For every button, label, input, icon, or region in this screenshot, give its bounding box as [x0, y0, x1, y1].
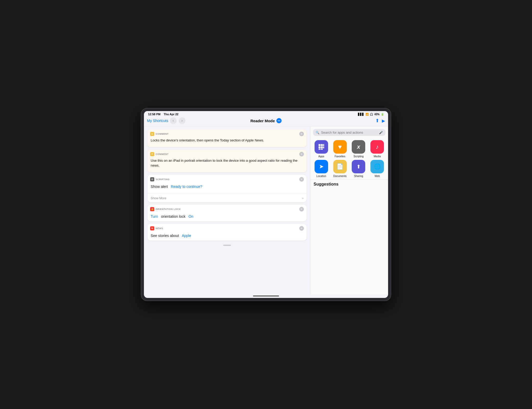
- orientation-header-left: 🔒 ORIENTATION LOCK: [150, 207, 181, 211]
- nav-arrows: ‹ ›: [170, 117, 185, 124]
- nav-left: My Shortcuts ‹ ›: [147, 117, 250, 124]
- nav-title: Reader Mode: [250, 119, 275, 123]
- news-action: See stories about Apple: [151, 234, 191, 238]
- news-card: N NEWS ✕ See stories about Apple: [148, 224, 307, 241]
- orientation-close[interactable]: ✕: [299, 207, 304, 212]
- scripting-cat-icon: x: [352, 140, 365, 154]
- status-time: 12:58 PM: [148, 113, 161, 116]
- status-bar: 12:58 PM Thu Apr 22 ▋▋▋ 📶 🎧 43% 🔋: [144, 111, 388, 116]
- news-prefix: See stories about: [151, 234, 179, 238]
- card-header-1: ≡ COMMENT ✕: [148, 129, 307, 138]
- sharing-icon: ⬆: [352, 160, 365, 173]
- card-close-1[interactable]: ✕: [299, 132, 304, 136]
- battery-icon: 🔋: [381, 113, 384, 116]
- scripting-card: ⚙ SCRIPTING ✕ Show alert Ready to contin…: [148, 175, 307, 202]
- card-type-label-2: COMMENT: [156, 153, 169, 155]
- orientation-on[interactable]: On: [189, 214, 194, 219]
- documents-icon: 📄: [333, 160, 347, 173]
- card-close-2[interactable]: ✕: [299, 152, 304, 156]
- headphone-icon: 🎧: [370, 113, 373, 116]
- category-location[interactable]: ➤ Location: [313, 160, 330, 178]
- next-button[interactable]: ›: [179, 117, 185, 124]
- orientation-body: Turn orientation lock On: [148, 213, 307, 221]
- news-card-header: N NEWS ✕: [148, 224, 307, 232]
- play-button[interactable]: ▶: [382, 118, 385, 123]
- show-more-chevron: ›: [302, 196, 303, 200]
- news-type-label: NEWS: [156, 227, 163, 230]
- orientation-middle: orientation lock: [161, 214, 185, 219]
- home-indicator: [144, 295, 388, 298]
- ipad-screen: 12:58 PM Thu Apr 22 ▋▋▋ 📶 🎧 43% 🔋 My Sho…: [144, 111, 388, 298]
- main-content: ≡ COMMENT ✕ Locks the device's orientati…: [144, 126, 388, 295]
- category-favorites[interactable]: ♥ Favorites: [332, 140, 348, 158]
- comment-card-1: ≡ COMMENT ✕ Locks the device's orientati…: [148, 129, 307, 147]
- orientation-card: 🔒 ORIENTATION LOCK ✕ Turn orientation lo…: [148, 205, 307, 221]
- actions-sidebar: 🔍 🎤: [310, 126, 388, 295]
- svg-rect-6: [318, 149, 321, 150]
- status-date: Thu Apr 22: [164, 113, 178, 116]
- scripting-action-link[interactable]: Ready to continue?: [171, 185, 202, 189]
- back-link[interactable]: My Shortcuts: [147, 119, 168, 123]
- category-sharing[interactable]: ⬆ Sharing: [350, 160, 367, 178]
- card-header-left-2: ≡ COMMENT: [150, 152, 169, 156]
- suggestions-header: Suggestions: [310, 180, 388, 189]
- scripting-card-header: ⚙ SCRIPTING ✕: [148, 175, 307, 183]
- orientation-turn[interactable]: Turn: [151, 214, 158, 219]
- ipad-frame: 12:58 PM Thu Apr 22 ▋▋▋ 📶 🎧 43% 🔋 My Sho…: [141, 108, 391, 301]
- card-type-label-1: COMMENT: [156, 133, 169, 135]
- apps-label: Apps: [318, 155, 324, 158]
- show-more-row[interactable]: Show More ›: [148, 195, 307, 202]
- mic-icon[interactable]: 🎤: [379, 131, 383, 134]
- category-media[interactable]: ♪ Media: [369, 140, 385, 158]
- category-apps[interactable]: Apps: [313, 140, 330, 158]
- wifi-icon: 📶: [365, 113, 369, 116]
- web-icon: 🌐: [370, 160, 384, 173]
- orientation-action: Turn orientation lock On: [151, 214, 193, 219]
- share-button[interactable]: ⬆: [375, 118, 379, 124]
- search-input[interactable]: [321, 131, 377, 134]
- home-bar: [253, 296, 279, 296]
- scripting-label: Scripting: [354, 155, 364, 158]
- category-web[interactable]: 🌐 Web: [369, 160, 385, 178]
- svg-rect-7: [321, 149, 323, 150]
- comment-text-1: Locks the device's orientation, then ope…: [148, 138, 307, 147]
- svg-rect-3: [318, 146, 321, 148]
- media-label: Media: [374, 155, 381, 158]
- news-link[interactable]: Apple: [182, 234, 191, 238]
- news-close[interactable]: ✕: [299, 226, 304, 231]
- search-icon: 🔍: [316, 131, 320, 134]
- search-bar[interactable]: 🔍 🎤: [313, 129, 385, 136]
- scripting-close[interactable]: ✕: [299, 177, 304, 182]
- status-time-date: 12:58 PM Thu Apr 22: [148, 113, 178, 116]
- scripting-header-left: ⚙ SCRIPTING: [150, 177, 170, 181]
- comment-text-2: Use this on an iPad in portrait orientat…: [148, 158, 307, 172]
- nav-right: ⬆ ▶: [282, 118, 385, 124]
- svg-rect-5: [323, 146, 324, 148]
- scripting-divider: [148, 193, 307, 193]
- category-scripting[interactable]: x Scripting: [350, 140, 367, 158]
- shortcut-editor: ≡ COMMENT ✕ Locks the device's orientati…: [144, 126, 310, 295]
- category-documents[interactable]: 📄 Documents: [332, 160, 348, 178]
- orientation-card-header: 🔒 ORIENTATION LOCK ✕: [148, 205, 307, 213]
- scripting-type-label: SCRIPTING: [156, 178, 170, 181]
- orientation-type-label: ORIENTATION LOCK: [156, 208, 181, 210]
- comment-icon-2: ≡: [150, 152, 154, 156]
- apps-icon: [315, 140, 328, 154]
- location-icon: ➤: [315, 160, 328, 173]
- svg-rect-2: [323, 144, 324, 146]
- scripting-action-prefix: Show alert: [151, 185, 168, 189]
- news-icon: N: [150, 226, 154, 230]
- web-label: Web: [375, 175, 380, 178]
- orientation-icon: 🔒: [150, 207, 154, 211]
- favorites-label: Favorites: [335, 155, 345, 158]
- nav-bar: My Shortcuts ‹ › Reader Mode ••• ⬆ ▶: [144, 116, 388, 126]
- scripting-icon: ⚙: [150, 177, 154, 181]
- news-body: See stories about Apple: [148, 232, 307, 241]
- more-button[interactable]: •••: [276, 118, 282, 123]
- prev-button[interactable]: ‹: [170, 117, 177, 124]
- card-header-left-1: ≡ COMMENT: [150, 132, 169, 136]
- scroll-dot: [223, 245, 231, 246]
- location-label: Location: [316, 175, 326, 178]
- favorites-icon: ♥: [333, 140, 347, 154]
- scripting-action-text: Show alert Ready to continue?: [151, 185, 202, 189]
